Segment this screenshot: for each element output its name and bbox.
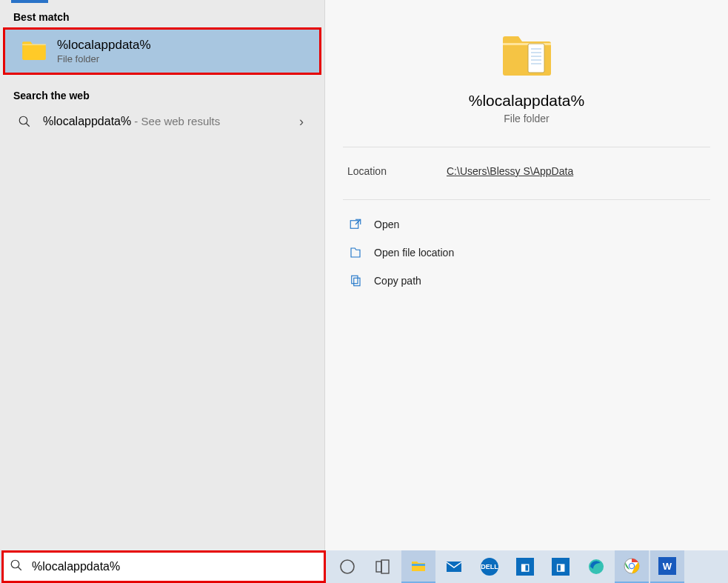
svg-point-13 [341,560,354,573]
location-label: Location [343,165,447,177]
best-match-header: Best match [0,4,324,27]
search-results-pane: Best match %localappdata% File folder Se… [0,0,324,556]
taskbar-file-explorer[interactable] [401,550,435,583]
svg-rect-10 [354,278,360,286]
folder-large-icon [500,30,553,80]
svg-line-1 [26,123,30,127]
taskbar-mail[interactable] [437,550,471,583]
search-box[interactable] [1,550,326,583]
best-match-title: %localappdata% [57,38,309,53]
preview-subtitle: File folder [504,113,549,124]
taskbar: DELL ◧ ◨ W [0,550,728,583]
best-match-result[interactable]: %localappdata% File folder [3,27,321,75]
action-open[interactable]: Open [343,210,710,239]
taskbar-app-blue-3[interactable]: ◨ [544,550,578,583]
action-open-location[interactable]: Open file location [343,239,710,267]
task-view-icon[interactable] [366,550,400,583]
svg-point-0 [19,116,27,124]
location-path-link[interactable]: C:\Users\Blessy S\AppData [447,165,573,177]
open-location-icon [347,244,364,261]
preview-title: %localappdata% [469,92,584,110]
svg-rect-14 [376,562,381,572]
svg-point-22 [630,564,634,568]
taskbar-app-blue-1[interactable]: DELL [472,550,507,583]
svg-rect-2 [528,44,544,73]
best-match-subtitle: File folder [57,53,309,64]
search-icon [16,113,33,130]
cortana-icon[interactable] [330,550,364,583]
web-result-text: %localappdata% [43,115,131,127]
taskbar-edge[interactable] [579,550,613,583]
web-search-result[interactable]: %localappdata% - See web results › [0,106,324,137]
location-row: Location C:\Users\Blessy S\AppData [343,147,710,200]
search-icon [10,559,26,575]
svg-point-11 [11,560,19,568]
taskbar-app-blue-2[interactable]: ◧ [508,550,542,583]
taskbar-chrome[interactable] [615,550,649,583]
svg-rect-17 [447,562,461,572]
web-section-header: Search the web [0,82,324,106]
svg-rect-15 [381,560,389,573]
svg-rect-9 [352,276,358,284]
svg-line-12 [18,567,21,570]
action-open-location-label: Open file location [374,247,454,259]
taskbar-word[interactable]: W [650,550,684,583]
preview-pane: %localappdata% File folder Location C:\U… [324,0,728,556]
copy-icon [347,273,364,289]
chevron-right-icon[interactable]: › [299,114,304,130]
open-icon [347,216,364,233]
web-result-suffix: - See web results [131,115,220,127]
svg-rect-16 [412,564,425,566]
action-copy-path-label: Copy path [374,275,421,287]
action-copy-path[interactable]: Copy path [343,267,710,295]
svg-rect-8 [350,221,358,229]
folder-icon [20,37,48,65]
action-open-label: Open [374,219,399,230]
search-input[interactable] [32,560,318,573]
